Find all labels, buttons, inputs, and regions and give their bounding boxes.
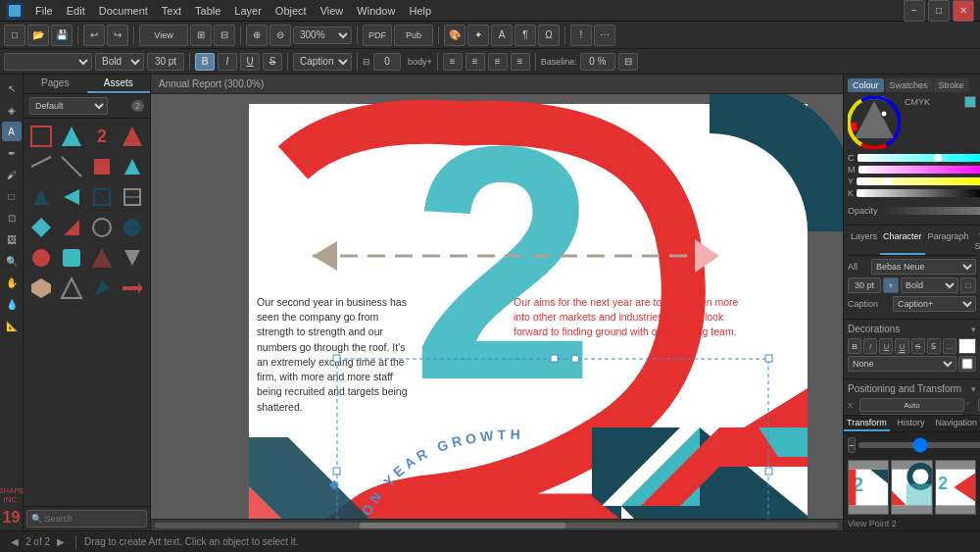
pen-tool[interactable]: ✒ (2, 143, 22, 163)
window-restore-button[interactable]: □ (928, 0, 950, 22)
save-button[interactable]: 💾 (51, 25, 73, 46)
asset-item[interactable] (27, 214, 55, 241)
assets-tab[interactable]: Assets (87, 75, 151, 93)
asset-item[interactable] (119, 275, 146, 302)
font-family-select[interactable]: Bebas Neue (4, 53, 92, 71)
asset-item[interactable] (58, 214, 85, 241)
decoration-fill-button[interactable] (958, 356, 976, 372)
align-select[interactable]: Caption+ (293, 53, 352, 71)
stroke-tab[interactable]: Stroke (934, 78, 969, 92)
asset-item[interactable] (119, 244, 146, 272)
dec-s2-button[interactable]: S̶ (927, 338, 941, 354)
char-more-button[interactable]: □ (960, 277, 976, 293)
navigation-tab[interactable]: Navigation (932, 416, 980, 431)
m-slider[interactable] (858, 166, 981, 174)
decoration-style-select[interactable]: None (848, 356, 956, 372)
history-tab[interactable]: History (890, 416, 933, 431)
pdf-button[interactable]: PDF (363, 25, 392, 46)
menu-object[interactable]: Object (270, 3, 313, 19)
more-text-button[interactable]: ⊟ (618, 53, 638, 71)
text-styles-tab[interactable]: Text Styles (972, 229, 980, 255)
view-mode-button[interactable]: View (139, 25, 188, 46)
zoom-tool[interactable]: 🔍 (2, 251, 22, 271)
c-slider[interactable] (858, 154, 981, 162)
assets-category-select[interactable]: Default (29, 97, 108, 115)
shape-tool[interactable]: □ (2, 186, 22, 206)
window-close-button[interactable]: ✕ (953, 0, 974, 22)
paragraph-tab[interactable]: Paragraph (925, 229, 972, 255)
decorations-arrow[interactable]: ▾ (971, 325, 976, 334)
asset-item[interactable] (88, 244, 116, 272)
measure-tool[interactable]: 📐 (2, 316, 22, 335)
asset-item[interactable] (119, 153, 146, 180)
align-center-button[interactable]: ≡ (466, 53, 485, 71)
thumbnail-1[interactable]: 2 (848, 460, 889, 515)
asset-item[interactable] (119, 214, 146, 241)
pages-tab[interactable]: Pages (24, 75, 87, 93)
paragraph-button[interactable]: ¶ (514, 25, 536, 46)
asset-item[interactable] (27, 275, 55, 302)
menu-view[interactable]: View (315, 3, 350, 19)
color-preview[interactable] (964, 96, 976, 108)
asset-item[interactable] (58, 153, 85, 180)
menu-help[interactable]: Help (403, 3, 437, 19)
k-slider[interactable] (857, 189, 980, 197)
search-input[interactable] (26, 510, 147, 527)
color-button[interactable]: 🎨 (444, 25, 466, 46)
font-weight-select[interactable]: Bold (95, 53, 144, 71)
menu-text[interactable]: Text (156, 3, 187, 19)
dec-i-button[interactable]: I (863, 338, 877, 354)
menu-file[interactable]: File (29, 3, 59, 19)
asset-item[interactable] (58, 275, 85, 302)
asset-item[interactable] (88, 214, 116, 241)
menu-edit[interactable]: Edit (61, 3, 91, 19)
dec-u-button[interactable]: U (879, 338, 893, 354)
menu-table[interactable]: Table (189, 3, 226, 19)
pointer-tool[interactable]: ↖ (2, 78, 22, 98)
asset-item[interactable] (27, 123, 55, 150)
zoom-slider[interactable] (858, 442, 980, 448)
dec-color-swatch[interactable] (958, 338, 976, 354)
underline-button[interactable]: U (240, 53, 260, 71)
zoom-select[interactable]: 300%200%100% (293, 26, 352, 44)
y-slider[interactable] (857, 177, 980, 185)
caption-select[interactable]: Caption+ (893, 296, 976, 312)
asset-item[interactable] (88, 153, 116, 180)
dec-b-button[interactable]: B (848, 338, 861, 354)
dec-more-button[interactable]: … (943, 338, 956, 354)
undo-button[interactable]: ↩ (83, 25, 105, 46)
asset-item[interactable] (119, 183, 146, 211)
glyph-button[interactable]: Ω (538, 25, 560, 46)
paint-tool[interactable]: 🖌 (2, 165, 22, 184)
redo-button[interactable]: ↪ (107, 25, 128, 46)
asset-item[interactable] (27, 244, 55, 272)
hand-tool[interactable]: ✋ (2, 273, 22, 292)
asset-item[interactable] (27, 153, 55, 180)
asset-item[interactable] (119, 123, 146, 150)
menu-window[interactable]: Window (351, 3, 401, 19)
thumbnail-3[interactable]: 2 (935, 460, 976, 515)
font-size-input[interactable] (147, 53, 184, 71)
scroll-thumb[interactable] (360, 523, 564, 528)
frame-tool[interactable]: ⊡ (2, 208, 22, 227)
asset-item[interactable]: 2 (88, 123, 116, 150)
prev-page-button[interactable]: ◀ (8, 535, 22, 549)
character-button[interactable]: A (491, 25, 513, 46)
positioning-arrow[interactable]: ▾ (971, 384, 976, 394)
opacity-slider[interactable] (881, 207, 980, 215)
snap-button[interactable]: ⊞ (190, 25, 212, 46)
grid-button[interactable]: ⊟ (214, 25, 235, 46)
open-button[interactable]: 📂 (27, 25, 49, 46)
publish-button[interactable]: Pub (394, 25, 433, 46)
preflight-button[interactable]: ! (570, 25, 592, 46)
effects-button[interactable]: ✦ (467, 25, 489, 46)
transform-tab[interactable]: Transform (844, 416, 890, 431)
next-page-button[interactable]: ▶ (54, 535, 68, 549)
asset-item[interactable] (58, 244, 85, 272)
bold-button[interactable]: B (195, 53, 215, 71)
align-right-button[interactable]: ≡ (488, 53, 508, 71)
char-weight-select[interactable]: Bold (901, 277, 958, 293)
char-bold-button[interactable]: ▾ (883, 277, 899, 293)
zoom-minus-button[interactable]: − (848, 437, 856, 453)
menu-layer[interactable]: Layer (228, 3, 268, 19)
